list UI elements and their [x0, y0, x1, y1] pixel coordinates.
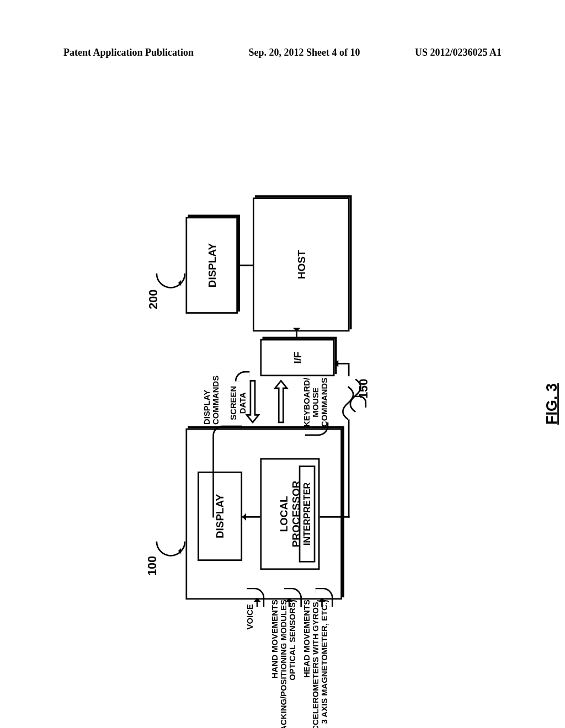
head-l3: 3 AXIS MAGNETOMETER, ETC.) [320, 599, 329, 724]
wireless-stub-left-h [348, 420, 350, 518]
figure-label-text: FIG. 3 [543, 383, 560, 425]
wireless-stub-right-h [348, 365, 350, 377]
figure-label: FIG. 3 [543, 383, 561, 425]
scr-l1: SCREEN [229, 386, 238, 420]
ref-200: 200 [147, 290, 160, 309]
label-hand-movements: HAND MOVEMENTS (TRACKING/POSITIONING MOD… [270, 599, 297, 728]
label-keyboard-mouse: KEYBOARD/ MOUSE COMMANDS [302, 369, 329, 436]
arrow-display-commands [242, 516, 260, 518]
block-diagram: 100 DISPLAY LOCAL PROCESSOR INTERPRETER … [0, 190, 565, 607]
wireless-stub-left-v [320, 516, 350, 518]
big-arrow-screen-data [246, 378, 268, 425]
label-display-commands: DISPLAY COMMANDS [202, 350, 220, 425]
label-voice: VOICE [246, 604, 254, 671]
host-display-block: DISPLAY [186, 217, 238, 314]
ref-100: 100 [146, 556, 159, 576]
label-head-movements: HEAD MOVEMENTS (ACCELEROMETERS WITH GYRO… [302, 599, 329, 728]
kbm-l3: COMMANDS [320, 378, 329, 427]
arrow-voice [257, 598, 258, 607]
diagram-rotated-wrapper: 100 DISPLAY LOCAL PROCESSOR INTERPRETER … [0, 0, 565, 704]
arrow-host-interface [296, 331, 297, 339]
interpreter-block: INTERPRETER [299, 465, 316, 563]
kbm-l2: MOUSE [311, 387, 319, 417]
ref-150: 150 [357, 379, 370, 399]
display-commands-l1: DISPLAY [202, 390, 211, 425]
display-commands-l2: COMMANDS [211, 376, 220, 425]
arrow-hand [289, 598, 290, 607]
head-l2: (ACCELEROMETERS WITH GYROS, [311, 599, 319, 728]
arrow-head [321, 598, 323, 607]
local-processor-label-1: LOCAL [278, 496, 290, 532]
wireless-stub-right-v [335, 363, 350, 365]
head-l1: HEAD MOVEMENTS [302, 599, 311, 678]
hand-l3: OPTICAL SENSORS) [288, 599, 297, 681]
kbm-l1: KEYBOARD/ [302, 378, 311, 427]
line-host-display [238, 265, 253, 266]
big-arrow-keyboard-mouse [274, 378, 296, 425]
hand-l1: HAND MOVEMENTS [270, 599, 279, 678]
hand-l2: (TRACKING/POSITIONING MODULES [279, 599, 287, 728]
label-screen-data: SCREEN DATA [229, 381, 247, 425]
callout-display-commands-bend [212, 425, 242, 517]
host-block: HOST [253, 197, 350, 331]
